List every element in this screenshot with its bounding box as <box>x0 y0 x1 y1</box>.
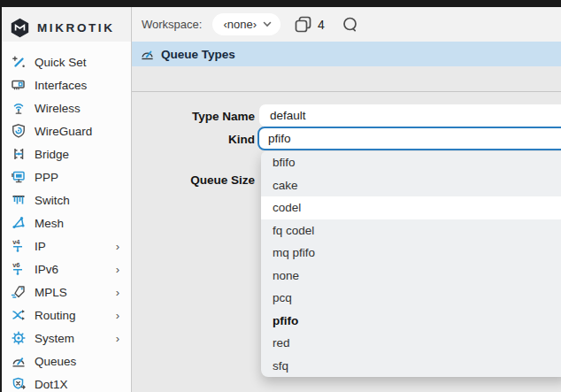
logo-wordmark: MIKROTIK <box>37 21 115 35</box>
sidebar-item-switch[interactable]: Switch <box>2 188 131 211</box>
sidebar-item-label: WireGuard <box>35 125 92 138</box>
kind-label: Kind <box>133 133 255 146</box>
sidebar-item-label: Bridge <box>35 148 69 161</box>
panel-toolbar <box>132 66 561 92</box>
open-windows-icon[interactable] <box>294 15 312 34</box>
queues-icon <box>10 353 27 369</box>
sidebar-item-label: Quick Set <box>35 56 87 69</box>
dropdown-option-bfifo[interactable]: bfifo <box>261 151 561 174</box>
sidebar-item-label: Switch <box>35 194 70 207</box>
submenu-chevron-icon: › <box>116 287 131 298</box>
sidebar-item-label: MPLS <box>35 286 67 299</box>
sidebar-nav: Quick Set Interfaces Wire <box>2 42 131 392</box>
mpls-icon <box>10 284 27 300</box>
sidebar-item-quick-set[interactable]: Quick Set <box>2 50 131 73</box>
sidebar-item-wireless[interactable]: Wireless <box>2 96 131 119</box>
interfaces-icon <box>10 77 27 93</box>
quick-set-icon <box>10 54 27 70</box>
ppp-icon <box>10 169 27 185</box>
workspace-bar: Workspace: ‹none› 4 <box>142 7 359 42</box>
wireless-icon <box>10 100 27 116</box>
page-title: Queue Types <box>161 48 235 61</box>
routing-icon <box>10 307 27 323</box>
chevron-down-icon <box>263 21 272 27</box>
sidebar-item-routing[interactable]: Routing › <box>2 304 131 327</box>
bridge-icon <box>10 146 27 162</box>
workspace-label: Workspace: <box>142 18 202 31</box>
window-left-edge <box>0 0 2 392</box>
dropdown-option-red[interactable]: red <box>261 332 561 355</box>
sidebar-item-ppp[interactable]: PPP <box>2 165 131 188</box>
sidebar-item-label: Dot1X <box>35 378 68 391</box>
sidebar-item-bridge[interactable]: Bridge <box>2 142 131 165</box>
submenu-chevron-icon: › <box>116 310 131 321</box>
sidebar-item-label: Interfaces <box>35 79 87 92</box>
dropdown-option-mq-pfifo[interactable]: mq pfifo <box>261 242 561 265</box>
sidebar-item-label: Mesh <box>35 217 64 230</box>
queue-size-label: Queue Size <box>133 173 255 187</box>
sidebar-item-label: System <box>35 332 74 345</box>
dropdown-option-none[interactable]: none <box>261 265 561 288</box>
queue-types-gauge-icon <box>140 47 155 62</box>
mesh-icon <box>10 215 27 231</box>
submenu-chevron-icon: › <box>116 264 131 275</box>
sidebar-item-dot1x[interactable]: Dot1X <box>2 373 131 392</box>
type-name-input[interactable] <box>259 104 561 127</box>
submenu-chevron-icon: › <box>116 241 131 252</box>
workspace-value: ‹none› <box>223 18 257 31</box>
sidebar-item-system[interactable]: System › <box>2 327 131 350</box>
sidebar-item-label: Queues <box>35 355 76 368</box>
submenu-chevron-icon: › <box>116 333 131 344</box>
sidebar-item-mesh[interactable]: Mesh <box>2 211 131 234</box>
svg-text:v6: v6 <box>12 261 19 269</box>
dropdown-option-sfq[interactable]: sfq <box>261 355 561 378</box>
sidebar-item-wireguard[interactable]: WireGuard <box>2 119 131 142</box>
sidebar-item-label: IP <box>35 240 46 253</box>
wireguard-icon <box>10 123 27 139</box>
search-icon[interactable] <box>342 16 359 34</box>
ip-icon: v4 <box>10 238 27 254</box>
dropdown-option-fq-codel[interactable]: fq codel <box>261 219 561 242</box>
sidebar-item-ip[interactable]: v4 IP › <box>2 234 131 257</box>
type-name-label: Type Name <box>133 110 255 123</box>
kind-combobox[interactable] <box>257 127 561 150</box>
dot1x-icon <box>10 376 27 392</box>
sidebar-item-label: Wireless <box>35 102 81 115</box>
dropdown-option-pfifo[interactable]: pfifo <box>261 310 561 333</box>
sidebar-item-label: Routing <box>35 309 76 322</box>
system-icon <box>10 330 27 346</box>
switch-icon <box>10 192 27 208</box>
sidebar-divider <box>131 7 132 392</box>
sidebar-item-interfaces[interactable]: Interfaces <box>2 73 131 96</box>
sidebar-item-label: PPP <box>35 171 58 184</box>
sidebar-item-ipv6[interactable]: v6 IPv6 › <box>2 257 131 281</box>
kind-input[interactable] <box>259 131 561 146</box>
window-top-edge <box>0 0 561 7</box>
webfig-screen: MIKROTIK Workspace: ‹none› 4 <box>0 0 561 392</box>
workspace-select[interactable]: ‹none› <box>212 13 280 35</box>
dropdown-option-codel[interactable]: codel <box>261 196 561 219</box>
open-windows-count: 4 <box>318 18 325 32</box>
dropdown-option-cake[interactable]: cake <box>261 174 561 197</box>
sidebar-item-queues[interactable]: Queues <box>2 350 131 373</box>
dropdown-option-pcq[interactable]: pcq <box>261 287 561 310</box>
ipv6-icon: v6 <box>10 261 27 277</box>
mikrotik-logo: MIKROTIK <box>10 18 115 38</box>
sidebar-item-mpls[interactable]: MPLS › <box>2 281 131 304</box>
svg-text:v4: v4 <box>12 238 20 246</box>
sidebar-item-label: IPv6 <box>35 263 58 276</box>
mikrotik-hexagon-icon <box>10 18 30 38</box>
panel-title-bar: Queue Types <box>132 42 561 66</box>
kind-dropdown-popup: bfifo cake codel fq codel mq pfifo none … <box>261 151 561 377</box>
